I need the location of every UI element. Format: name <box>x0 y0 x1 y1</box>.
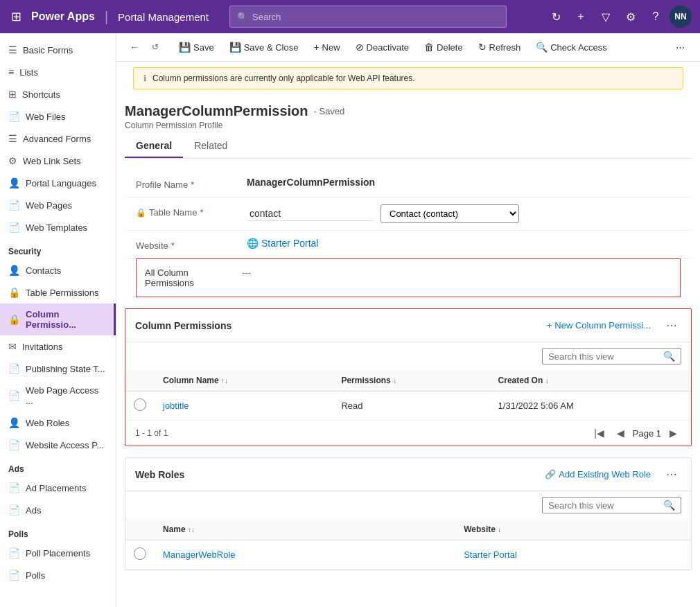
sidebar-item-portal-languages[interactable]: 👤 Portal Languages <box>0 172 116 194</box>
column-name-link[interactable]: jobtitle <box>163 401 189 411</box>
next-page-button[interactable]: ▶ <box>665 426 681 440</box>
delete-button[interactable]: 🗑 Delete <box>417 38 470 56</box>
sidebar-item-label: Portal Languages <box>26 178 96 188</box>
basic-forms-icon: ☰ <box>8 44 17 55</box>
web-role-website-link[interactable]: Starter Portal <box>464 549 517 560</box>
wr-check-cell <box>125 540 155 570</box>
web-role-name-link[interactable]: ManagerWebRole <box>163 549 236 560</box>
row-checkbox[interactable] <box>134 398 146 411</box>
sort-asc-icon: ↑↓ <box>221 377 228 385</box>
col-created-on-header[interactable]: Created On ↓ <box>490 370 691 392</box>
sidebar-item-column-permissions[interactable]: 🔒 Column Permissio... <box>0 304 116 335</box>
settings-icon[interactable]: ⚙ <box>620 6 642 28</box>
column-permissions-pagination: 1 - 1 of 1 |◀ ◀ Page 1 ▶ <box>125 421 691 446</box>
sidebar-item-shortcuts[interactable]: ⊞ Shortcuts <box>0 83 116 105</box>
row-check-cell <box>125 392 155 421</box>
sidebar-item-lists[interactable]: ≡ Lists <box>0 61 116 83</box>
wr-col-name-header[interactable]: Name ↑↓ <box>155 519 455 540</box>
column-permissions-icon: 🔒 <box>8 314 20 325</box>
refresh-icon[interactable]: ↻ <box>545 6 567 28</box>
web-roles-header-row: Name ↑↓ Website ↓ <box>125 519 691 540</box>
invitations-icon: ✉ <box>8 341 17 352</box>
sidebar-item-web-pages[interactable]: 📄 Web Pages <box>0 194 116 216</box>
sidebar-item-ad-placements[interactable]: 📄 Ad Placements <box>0 477 116 499</box>
col-permissions-header[interactable]: Permissions ↓ <box>333 370 489 392</box>
sidebar-item-web-page-access[interactable]: 📄 Web Page Access ... <box>0 380 116 412</box>
col-column-name-header[interactable]: Column Name ↑↓ <box>155 370 333 392</box>
save-close-icon: 💾 <box>229 42 241 53</box>
wr-col-website-header[interactable]: Website ↓ <box>455 519 691 540</box>
sidebar-item-advanced-forms[interactable]: ☰ Advanced Forms <box>0 127 116 150</box>
sidebar-item-publishing-state[interactable]: 📄 Publishing State T... <box>0 358 116 380</box>
lock-icon: 🔒 <box>136 208 146 218</box>
toolbar: ← ↻ 💾 Save 💾 Save & Close + New ⊘ Deacti… <box>116 33 700 62</box>
profile-name-value: ManagerColumnPermission <box>247 177 681 188</box>
add-icon[interactable]: + <box>570 6 592 28</box>
table-permissions-icon: 🔒 <box>8 287 20 298</box>
first-page-button[interactable]: |◀ <box>590 426 609 440</box>
wr-row-checkbox[interactable] <box>134 547 146 560</box>
wr-name-cell: ManagerWebRole <box>155 540 455 570</box>
add-existing-web-role-button[interactable]: 🔗 Add Existing Web Role <box>539 466 656 482</box>
forward-button[interactable]: ↻ <box>146 37 165 57</box>
sidebar-item-label: Web Templates <box>26 222 87 233</box>
form-fields: Profile Name * ManagerColumnPermission 🔒… <box>125 170 692 297</box>
poll-placements-icon: 📄 <box>8 547 20 558</box>
prev-page-button[interactable]: ◀ <box>613 426 629 440</box>
help-icon[interactable]: ? <box>645 6 667 28</box>
all-column-permissions-value: --- <box>242 267 251 288</box>
sidebar-item-website-access[interactable]: 📄 Website Access P... <box>0 434 116 456</box>
table-name-input[interactable] <box>247 206 374 221</box>
advanced-forms-icon: ☰ <box>8 133 17 144</box>
sidebar-item-label: Poll Placements <box>26 548 90 558</box>
sidebar-item-polls[interactable]: 📄 Polls <box>0 564 116 586</box>
web-roles-search-input[interactable] <box>548 500 659 511</box>
back-button[interactable]: ← <box>125 37 144 57</box>
column-permissions-header: Column Permissions + New Column Permissi… <box>125 309 691 342</box>
avatar[interactable]: NN <box>670 6 692 28</box>
filter-icon[interactable]: ▽ <box>595 6 617 28</box>
sidebar-item-ads[interactable]: 📄 Ads <box>0 499 116 521</box>
top-navigation: ⊞ Power Apps | Portal Management 🔍 ↻ + ▽… <box>0 0 700 33</box>
ads-icon: 📄 <box>8 504 20 516</box>
sidebar-item-basic-forms[interactable]: ☰ Basic Forms <box>0 39 116 61</box>
column-permissions-more-icon[interactable]: ⋯ <box>662 316 681 335</box>
all-column-permissions-box: All ColumnPermissions --- <box>136 258 681 297</box>
save-close-button[interactable]: 💾 Save & Close <box>222 38 306 56</box>
save-button[interactable]: 💾 Save <box>172 38 221 56</box>
sidebar-item-web-templates[interactable]: 📄 Web Templates <box>0 216 116 238</box>
sidebar-item-web-roles[interactable]: 👤 Web Roles <box>0 412 116 434</box>
sidebar-item-web-link-sets[interactable]: ⚙ Web Link Sets <box>0 150 116 172</box>
column-permissions-search-input[interactable] <box>548 351 659 362</box>
web-roles-search-icon: 🔍 <box>663 500 675 511</box>
shortcuts-icon: ⊞ <box>8 89 17 100</box>
sidebar-item-poll-placements[interactable]: 📄 Poll Placements <box>0 542 116 564</box>
sidebar-item-invitations[interactable]: ✉ Invitations <box>0 335 116 358</box>
check-access-button[interactable]: 🔍 Check Access <box>529 38 614 56</box>
toolbar-nav: ← ↻ <box>125 37 165 57</box>
column-permissions-table: Column Name ↑↓ Permissions ↓ Created On … <box>125 370 691 421</box>
sidebar: ☰ Basic Forms ≡ Lists ⊞ Shortcuts 📄 Web … <box>0 33 116 607</box>
tab-related[interactable]: Related <box>183 134 238 158</box>
web-roles-more-icon[interactable]: ⋯ <box>662 465 681 484</box>
new-button[interactable]: + New <box>306 38 347 56</box>
table-name-select[interactable]: Contact (contact) <box>380 204 519 223</box>
sidebar-item-contacts[interactable]: 👤 Contacts <box>0 259 116 281</box>
tab-general[interactable]: General <box>125 134 183 158</box>
apps-icon[interactable]: ⊞ <box>8 6 24 27</box>
wr-sort-icon: ↑↓ <box>188 526 195 534</box>
refresh-button[interactable]: ↻ Refresh <box>471 38 528 56</box>
website-link[interactable]: 🌐 Starter Portal <box>247 238 318 249</box>
search-input[interactable] <box>252 12 499 22</box>
deactivate-icon: ⊘ <box>356 42 364 53</box>
sidebar-item-web-files[interactable]: 📄 Web Files <box>0 105 116 127</box>
new-column-permission-button[interactable]: + New Column Permissi... <box>541 317 656 333</box>
portal-languages-icon: 👤 <box>8 177 20 188</box>
add-web-role-icon: 🔗 <box>545 469 556 480</box>
column-permissions-title: Column Permissions <box>135 320 541 331</box>
row-created-on-cell: 1/31/2022 5:06 AM <box>490 392 691 421</box>
sidebar-item-table-permissions[interactable]: 🔒 Table Permissions <box>0 281 116 304</box>
more-button[interactable]: ⋯ <box>669 39 692 56</box>
web-roles-subgrid: Web Roles 🔗 Add Existing Web Role ⋯ 🔍 <box>125 457 692 570</box>
deactivate-button[interactable]: ⊘ Deactivate <box>349 38 416 56</box>
